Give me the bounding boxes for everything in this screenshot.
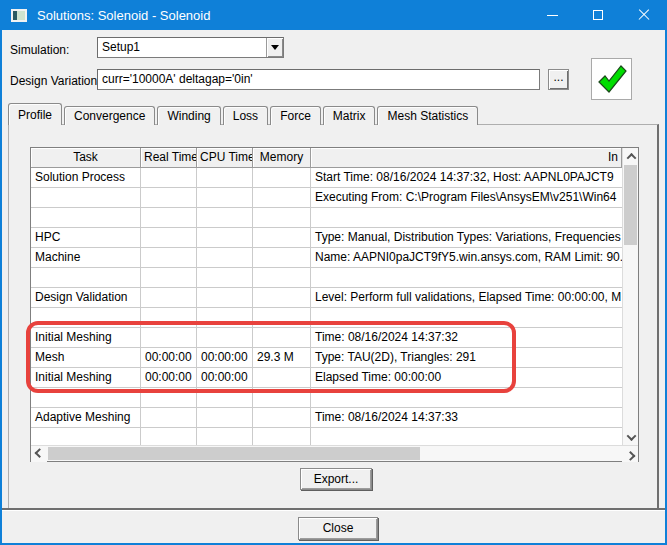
vertical-scroll-thumb[interactable] — [624, 165, 637, 245]
footer-divider — [0, 508, 667, 510]
scroll-down-button[interactable] — [623, 429, 638, 445]
scroll-up-button[interactable] — [623, 148, 638, 164]
green-check-icon — [596, 63, 628, 95]
table-row[interactable]: Initial Meshing00:00:0000:00:00Elapsed T… — [31, 368, 622, 388]
profile-table: TaskReal TimeCPU TimeMemoryIn Solution P… — [30, 147, 639, 462]
cell-memory — [253, 208, 311, 228]
tab-winding[interactable]: Winding — [157, 106, 220, 125]
cell-real-time — [141, 188, 197, 208]
simulation-dropdown[interactable]: Setup1 — [97, 37, 284, 58]
chevron-down-scroll-icon — [626, 431, 636, 441]
cell-task — [31, 208, 141, 228]
table-body: Solution ProcessStart Time: 08/16/2024 1… — [31, 168, 622, 445]
table-row[interactable] — [31, 388, 622, 408]
cell-task: Design Validation — [31, 288, 141, 308]
cell-info: Time: 08/16/2024 14:37:33 — [311, 408, 622, 428]
column-header-in[interactable]: In — [311, 148, 622, 168]
cell-cpu-time — [197, 408, 253, 428]
cell-real-time — [141, 228, 197, 248]
tab-loss[interactable]: Loss — [223, 106, 268, 125]
title-bar: Solutions: Solenoid - Solenoid — [0, 0, 667, 30]
minimize-button[interactable] — [529, 0, 575, 30]
cell-real-time — [141, 168, 197, 188]
chevron-down-icon — [271, 45, 279, 50]
tab-convergence[interactable]: Convergence — [64, 106, 155, 125]
table-row[interactable]: MachineName: AAPNI0paJCT9fY5.win.ansys.c… — [31, 248, 622, 268]
cell-cpu-time: 00:00:00 — [197, 368, 253, 388]
table-row[interactable] — [31, 428, 622, 445]
table-row[interactable]: Adaptive MeshingTime: 08/16/2024 14:37:3… — [31, 408, 622, 428]
table-row[interactable] — [31, 308, 622, 328]
table-row[interactable] — [31, 208, 622, 228]
maximize-icon — [593, 10, 603, 20]
tab-profile[interactable]: Profile — [8, 103, 62, 125]
cell-cpu-time — [197, 248, 253, 268]
design-variation-field[interactable]: curr='10000A' deltagap='0in' — [97, 69, 540, 90]
cell-task: HPC — [31, 228, 141, 248]
cell-real-time — [141, 248, 197, 268]
cell-cpu-time — [197, 188, 253, 208]
table-row[interactable]: Initial MeshingTime: 08/16/2024 14:37:32 — [31, 328, 622, 348]
table-row[interactable]: Solution ProcessStart Time: 08/16/2024 1… — [31, 168, 622, 188]
cell-memory — [253, 428, 311, 445]
cell-task — [31, 188, 141, 208]
valid-solution-button[interactable] — [591, 58, 632, 100]
table-header-row: TaskReal TimeCPU TimeMemoryIn — [31, 148, 622, 168]
cell-memory — [253, 248, 311, 268]
cell-cpu-time — [197, 388, 253, 408]
table-row[interactable]: HPCType: Manual, Distribution Types: Var… — [31, 228, 622, 248]
cell-cpu-time — [197, 168, 253, 188]
cell-info: Type: Manual, Distribution Types: Variat… — [311, 228, 622, 248]
horizontal-scroll-thumb[interactable] — [48, 447, 420, 460]
cell-memory — [253, 188, 311, 208]
cell-real-time — [141, 288, 197, 308]
cell-memory — [253, 328, 311, 348]
tab-matrix[interactable]: Matrix — [323, 106, 376, 125]
horizontal-scroll-track[interactable] — [47, 446, 622, 461]
table-row[interactable]: Executing From: C:\Program Files\AnsysEM… — [31, 188, 622, 208]
table-row[interactable]: Mesh00:00:0000:00:0029.3 MType: TAU(2D),… — [31, 348, 622, 368]
horizontal-scrollbar[interactable] — [31, 445, 638, 461]
chevron-right-icon — [625, 450, 635, 460]
solutions-dialog: Solutions: Solenoid - Solenoid Simulatio… — [0, 0, 667, 545]
dropdown-arrow-button[interactable] — [266, 38, 283, 57]
cell-memory — [253, 168, 311, 188]
cell-real-time — [141, 328, 197, 348]
vertical-scrollbar[interactable] — [622, 148, 638, 445]
cell-cpu-time — [197, 268, 253, 288]
tab-force[interactable]: Force — [270, 106, 321, 125]
column-header-real-time[interactable]: Real Time — [141, 148, 197, 168]
cell-info — [311, 308, 622, 328]
close-button[interactable]: Close — [298, 517, 378, 540]
cell-real-time — [141, 308, 197, 328]
cell-info: Start Time: 08/16/2024 14:37:32, Host: A… — [311, 168, 622, 188]
simulation-label: Simulation: — [10, 43, 69, 57]
cell-cpu-time — [197, 208, 253, 228]
column-header-memory[interactable]: Memory — [253, 148, 311, 168]
cell-task: Initial Meshing — [31, 368, 141, 388]
tab-mesh-statistics[interactable]: Mesh Statistics — [377, 106, 478, 125]
cell-memory: 29.3 M — [253, 348, 311, 368]
cell-info: Elapsed Time: 00:00:00 — [311, 368, 622, 388]
cell-real-time — [141, 428, 197, 445]
vertical-scroll-track[interactable] — [623, 164, 638, 429]
scroll-right-button[interactable] — [622, 446, 638, 462]
table-row[interactable] — [31, 268, 622, 288]
cell-cpu-time — [197, 328, 253, 348]
cell-task — [31, 308, 141, 328]
maximize-button[interactable] — [575, 0, 621, 30]
close-window-button[interactable] — [621, 0, 667, 30]
export-button[interactable]: Export... — [300, 468, 372, 490]
column-header-cpu-time[interactable]: CPU Time — [197, 148, 253, 168]
cell-cpu-time — [197, 228, 253, 248]
minimize-icon — [547, 15, 558, 16]
table-row[interactable]: Design ValidationLevel: Perform full val… — [31, 288, 622, 308]
window-border-left — [0, 0, 2, 545]
cell-info — [311, 428, 622, 445]
column-header-task[interactable]: Task — [31, 148, 141, 168]
browse-variation-button[interactable]: ... — [548, 69, 569, 90]
scroll-left-button[interactable] — [31, 446, 47, 462]
cell-memory — [253, 388, 311, 408]
chevron-up-icon — [626, 152, 636, 162]
cell-task — [31, 388, 141, 408]
